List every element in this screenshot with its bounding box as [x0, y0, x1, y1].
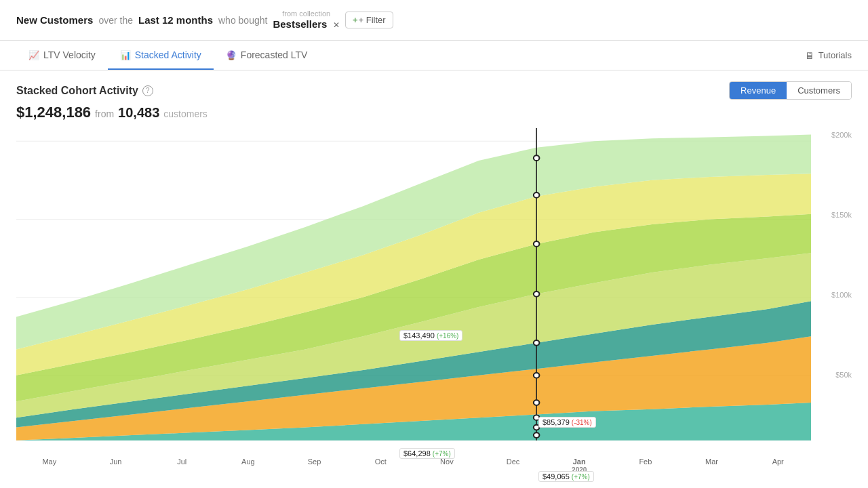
period-label: Last 12 months	[138, 14, 213, 26]
collection-tag: from collection Bestsellers ✕	[273, 9, 340, 30]
who-bought-label: who bought	[218, 15, 267, 26]
x-label-jul: Jul	[149, 458, 215, 466]
stat-customers-label: customers	[163, 108, 208, 119]
remove-tag-icon[interactable]: ✕	[333, 20, 340, 30]
svg-point-17	[534, 340, 540, 346]
forecasted-ltv-icon: 🔮	[226, 50, 237, 60]
filter-button[interactable]: ++ Filter	[345, 12, 393, 28]
filter-plus-icon: +	[353, 15, 358, 25]
x-label-oct: Oct	[347, 458, 414, 466]
stat-count: 10,483	[118, 105, 159, 121]
svg-point-18	[534, 373, 540, 378]
x-label-jan: Jan2020	[546, 458, 612, 474]
svg-point-14	[534, 192, 540, 198]
chart-area: Stacked Cohort Activity ? Revenue Custom…	[0, 70, 868, 488]
y-label-50k: $50k	[835, 371, 852, 379]
tabs-left: 📈 LTV Velocity 📊 Stacked Activity 🔮 Fore…	[16, 41, 319, 69]
x-label-may: May	[16, 458, 83, 466]
stacked-activity-icon: 📊	[120, 50, 131, 60]
y-axis-labels: $200k $150k $100k $50k	[811, 128, 852, 453]
top-bar: New Customers over the Last 12 months wh…	[0, 0, 868, 41]
svg-point-20	[534, 415, 540, 420]
tab-stacked-activity-label: Stacked Activity	[135, 49, 201, 60]
tabs-bar: 📈 LTV Velocity 📊 Stacked Activity 🔮 Fore…	[0, 41, 868, 70]
over-the-label: over the	[98, 15, 133, 26]
svg-point-19	[534, 400, 540, 405]
revenue-button[interactable]: Revenue	[730, 82, 787, 99]
y-label-100k: $100k	[831, 291, 852, 299]
svg-point-13	[534, 155, 540, 161]
tab-forecasted-ltv-label: Forecasted LTV	[241, 49, 308, 60]
chart-title-group: Stacked Cohort Activity ?	[16, 85, 153, 97]
tab-forecasted-ltv[interactable]: 🔮 Forecasted LTV	[214, 41, 320, 70]
collection-name: Bestsellers ✕	[273, 18, 340, 30]
svg-point-16	[534, 291, 540, 297]
tutorials-icon: 🖥	[805, 50, 814, 61]
x-label-dec: Dec	[480, 458, 547, 466]
x-label-sep: Sep	[281, 458, 348, 466]
x-axis-labels: May Jun Jul Aug Sep Oct Nov Dec Jan2020 …	[16, 453, 811, 481]
x-label-nov: Nov	[414, 458, 480, 466]
y-label-150k: $150k	[831, 211, 852, 219]
tutorials-label: Tutorials	[818, 50, 852, 60]
svg-point-15	[534, 241, 540, 247]
info-icon[interactable]: ?	[142, 85, 153, 96]
chart-title: Stacked Cohort Activity	[16, 85, 138, 97]
stat-from: from	[95, 108, 114, 119]
stacked-chart-svg	[16, 128, 811, 453]
x-label-feb: Feb	[612, 458, 679, 466]
x-label-jun: Jun	[83, 458, 149, 466]
tab-stacked-activity[interactable]: 📊 Stacked Activity	[108, 41, 214, 70]
x-label-aug: Aug	[215, 458, 281, 466]
ltv-velocity-icon: 📈	[28, 50, 39, 60]
svg-point-22	[534, 432, 540, 438]
tutorials-btn[interactable]: 🖥 Tutorials	[805, 50, 852, 61]
customers-button[interactable]: Customers	[787, 82, 851, 99]
svg-point-21	[534, 425, 540, 430]
chart-header: Stacked Cohort Activity ? Revenue Custom…	[16, 81, 852, 100]
new-customers-label: New Customers	[16, 14, 93, 26]
toggle-group: Revenue Customers	[729, 81, 852, 100]
tab-ltv-velocity-label: LTV Velocity	[43, 49, 96, 60]
x-label-apr: Apr	[745, 458, 811, 466]
stat-value: $1,248,186	[16, 104, 91, 121]
x-label-mar: Mar	[679, 458, 745, 466]
y-label-200k: $200k	[831, 131, 852, 139]
stats-row: $1,248,186 from 10,483 customers	[16, 104, 852, 121]
tab-ltv-velocity[interactable]: 📈 LTV Velocity	[16, 41, 108, 70]
chart-wrapper: $200k $150k $100k $50k May Jun Jul Aug S…	[16, 128, 852, 481]
from-collection-label: from collection	[282, 9, 330, 18]
